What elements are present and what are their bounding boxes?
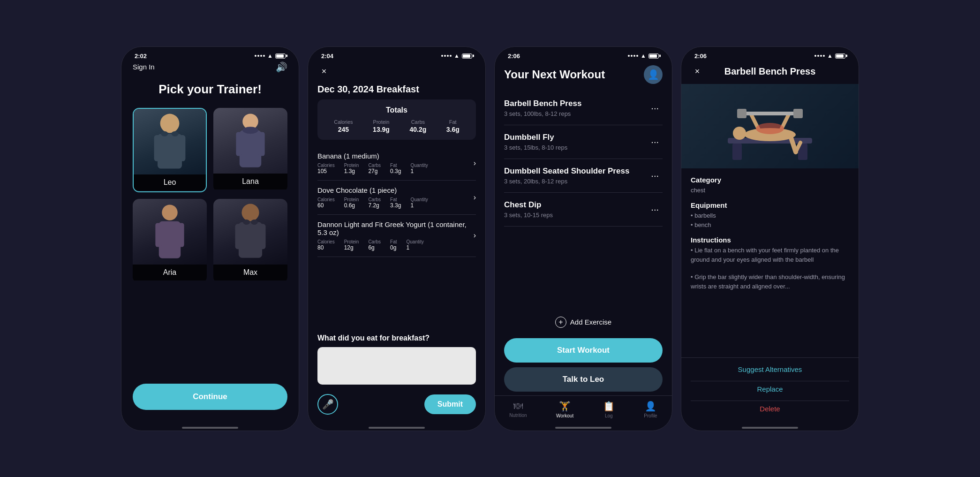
svg-rect-12 — [159, 221, 181, 258]
workout-icon: 🏋 — [559, 401, 571, 412]
total-carbs: Carbs 40.2g — [409, 119, 426, 133]
exercise-item-2[interactable]: Dumbbell Seated Shoulder Press 3 sets, 2… — [504, 159, 663, 193]
exercise-item-1[interactable]: Dumbbell Fly 3 sets, 15lbs, 8-10 reps ··… — [504, 125, 663, 159]
trainer-aria-figure — [149, 201, 191, 262]
instructions-text-2: • Grip the bar slightly wider than shoul… — [691, 273, 849, 291]
mic-button[interactable]: 🎤 — [317, 394, 338, 415]
nutrition-label: Nutrition — [509, 413, 527, 418]
equipment-item-1: • bench — [691, 220, 849, 230]
category-value: chest — [691, 186, 849, 195]
food-arrow-2: › — [474, 231, 476, 240]
exercise-detail-title: Barbell Bench Press — [704, 66, 836, 77]
suggest-alternatives-button[interactable]: Suggest Alternatives — [691, 362, 849, 377]
trainer-card-leo[interactable]: Leo — [133, 108, 207, 192]
workout-title: Your Next Workout — [504, 68, 605, 81]
exercise-details-2: 3 sets, 20lbs, 8-12 reps — [504, 178, 629, 185]
trainer-lana-figure — [229, 110, 271, 171]
wifi-icon-2: ▲ — [454, 53, 460, 59]
status-icons-1: ▲ — [255, 53, 286, 59]
svg-rect-18 — [259, 224, 266, 249]
screen1-content: Sign In 🔊 Pick your Trainer! Leo — [121, 61, 299, 421]
more-button-3[interactable]: ··· — [647, 202, 663, 217]
instructions-section: Instructions • Lie flat on a bench with … — [691, 236, 849, 291]
status-bar-2: 2:04 ▲ — [308, 47, 485, 61]
phone-screen-3: 2:06 ▲ Your Next Workout 👤 Barbell Bench… — [494, 46, 672, 431]
carbs-value: 40.2g — [409, 126, 426, 133]
close-button-2[interactable]: × — [317, 65, 331, 78]
food-arrow-1: › — [474, 193, 476, 202]
trainer-card-lana[interactable]: Lana — [213, 108, 287, 192]
start-workout-button[interactable]: Start Workout — [504, 338, 663, 363]
svg-point-19 — [243, 220, 250, 225]
food-item-0[interactable]: Banana (1 medium) Calories105 Protein1.3… — [317, 146, 476, 181]
svg-rect-7 — [240, 130, 261, 167]
food-item-1[interactable]: Dove Chocolate (1 piece) Calories60 Prot… — [317, 181, 476, 215]
exercise-name-2: Dumbbell Seated Shoulder Press — [504, 167, 629, 176]
trainer-avatar[interactable]: 👤 — [644, 65, 663, 84]
food-item-2[interactable]: Dannon Light and Fit Greek Yogurt (1 con… — [317, 215, 476, 257]
svg-rect-30 — [793, 109, 803, 118]
tab-profile[interactable]: 👤 Profile — [644, 401, 657, 418]
screen1-header: Sign In 🔊 — [133, 61, 287, 73]
sign-in-link[interactable]: Sign In — [133, 63, 155, 71]
talk-to-leo-button[interactable]: Talk to Leo — [504, 367, 663, 392]
speaker-icon[interactable]: 🔊 — [276, 61, 287, 73]
exercise-item-3[interactable]: Chest Dip 3 sets, 10-15 reps ··· — [504, 193, 663, 227]
exercise-name-3: Chest Dip — [504, 200, 553, 210]
delete-button[interactable]: Delete — [691, 401, 849, 416]
trainer-card-aria[interactable]: Aria — [133, 199, 207, 283]
screen3-content: Your Next Workout 👤 Barbell Bench Press … — [495, 61, 672, 421]
signal-dots-4 — [814, 55, 825, 57]
tab-log[interactable]: 📋 Log — [603, 401, 615, 418]
trainer-max-bg — [213, 199, 287, 265]
svg-point-20 — [251, 220, 258, 225]
svg-rect-16 — [239, 222, 262, 257]
replace-button[interactable]: Replace — [691, 381, 849, 397]
screen4-header: × Barbell Bench Press — [681, 61, 859, 84]
screen4-footer: Suggest Alternatives Replace Delete — [681, 357, 859, 421]
wifi-icon-4: ▲ — [827, 53, 833, 59]
food-name-2: Dannon Light and Fit Greek Yogurt (1 con… — [317, 220, 476, 236]
continue-button[interactable]: Continue — [133, 384, 287, 410]
trainer-lana-name: Lana — [213, 174, 287, 189]
screen2-content: × Dec 30, 2024 Breakfast Totals Calories… — [308, 61, 485, 421]
phone-screen-4: 2:06 ▲ × Barbell Bench Press — [681, 46, 859, 431]
svg-point-4 — [161, 131, 168, 136]
equipment-section: Equipment • barbells • bench — [691, 201, 849, 229]
close-button-4[interactable]: × — [691, 65, 704, 78]
more-button-1[interactable]: ··· — [647, 135, 663, 149]
tab-nutrition[interactable]: 🍽 Nutrition — [509, 401, 527, 418]
battery-icon-4 — [835, 53, 845, 59]
tab-workout[interactable]: 🏋 Workout — [556, 401, 573, 418]
svg-rect-9 — [259, 132, 265, 156]
svg-rect-13 — [155, 223, 161, 247]
exercise-name-0: Barbell Bench Press — [504, 99, 581, 108]
profile-label: Profile — [644, 413, 657, 418]
trainer-card-max[interactable]: Max — [213, 199, 287, 283]
exercise-item-0[interactable]: Barbell Bench Press 3 sets, 100lbs, 8-12… — [504, 91, 663, 125]
status-bar-4: 2:06 ▲ — [681, 47, 859, 61]
tab-bar: 🍽 Nutrition 🏋 Workout 📋 Log 👤 Profile — [495, 395, 672, 421]
bench-press-illustration — [709, 86, 831, 166]
more-button-0[interactable]: ··· — [647, 101, 663, 115]
breakfast-question: What did you eat for breakfast? — [308, 326, 485, 347]
submit-button[interactable]: Submit — [424, 394, 476, 414]
exercise-details-0: 3 sets, 100lbs, 8-12 reps — [504, 110, 581, 117]
signal-dots-3 — [628, 55, 638, 57]
breakfast-input[interactable] — [317, 347, 476, 385]
more-button-2[interactable]: ··· — [647, 168, 663, 183]
exercise-name-1: Dumbbell Fly — [504, 133, 567, 142]
phone-screen-1: 2:02 ▲ Sign In 🔊 Pick your Trainer! — [121, 46, 299, 431]
pick-trainer-title: Pick your Trainer! — [133, 82, 287, 97]
food-macros-2: Calories80 Protein12g Carbs6g Fat0g Quan… — [317, 239, 476, 251]
screen3-header: Your Next Workout 👤 — [495, 61, 672, 91]
total-calories: Calories 245 — [334, 119, 353, 133]
add-exercise-button[interactable]: + Add Exercise — [495, 310, 672, 334]
meal-title: Dec 30, 2024 Breakfast — [317, 84, 476, 95]
profile-icon: 👤 — [645, 401, 656, 412]
protein-label: Protein — [373, 119, 390, 125]
home-indicator-3 — [495, 421, 672, 431]
svg-point-0 — [160, 114, 180, 133]
svg-rect-3 — [178, 135, 186, 161]
svg-rect-17 — [235, 224, 242, 249]
